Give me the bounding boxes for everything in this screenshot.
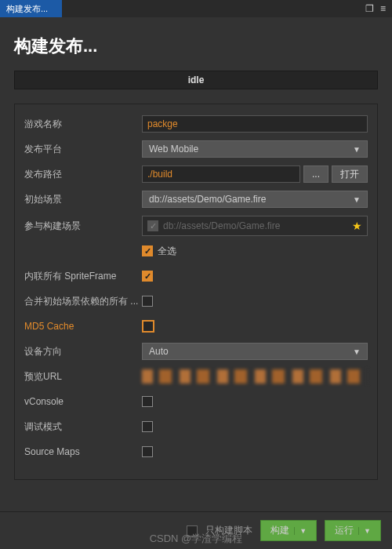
chevron-down-icon: ▼	[353, 195, 361, 204]
label-start-scene: 初始场景	[24, 193, 142, 206]
chevron-down-icon: ▼	[353, 145, 361, 154]
label-debug: 调试模式	[24, 420, 142, 434]
vconsole-checkbox[interactable]	[142, 396, 153, 407]
open-button[interactable]: 打开	[332, 165, 368, 183]
label-vconsole: vConsole	[24, 396, 142, 407]
label-source-maps: Source Maps	[24, 446, 142, 457]
popout-icon[interactable]: ❐	[365, 3, 374, 14]
label-inline-sprite: 内联所有 SpriteFrame	[24, 270, 142, 283]
label-path: 发布路径	[24, 168, 142, 181]
build-button[interactable]: 构建▼	[260, 520, 317, 541]
start-scene-select[interactable]: db://assets/Demo/Game.fire▼	[142, 191, 368, 208]
orientation-select[interactable]: Auto▼	[142, 343, 368, 360]
label-md5: MD5 Cache	[24, 321, 142, 332]
inline-sprite-checkbox[interactable]	[142, 271, 153, 282]
window-tab[interactable]: 构建发布...	[0, 0, 62, 17]
build-form: 游戏名称 发布平台 Web Mobile▼ 发布路径 ... 打开 初始场景 d…	[14, 104, 378, 480]
scene-list[interactable]: db://assets/Demo/Game.fire ★	[142, 216, 368, 236]
preview-url-value	[142, 369, 368, 384]
scene-item-checkbox[interactable]	[147, 220, 158, 231]
merge-deps-checkbox[interactable]	[142, 296, 153, 307]
menu-icon[interactable]: ≡	[380, 3, 386, 14]
star-icon[interactable]: ★	[352, 220, 362, 232]
game-name-input[interactable]	[142, 115, 368, 133]
label-preview-url: 预览URL	[24, 370, 142, 384]
select-all-label: 全选	[158, 245, 176, 258]
chevron-down-icon[interactable]: ▼	[294, 527, 307, 535]
platform-select[interactable]: Web Mobile▼	[142, 140, 368, 158]
select-all-checkbox[interactable]	[142, 245, 153, 256]
md5-checkbox[interactable]	[142, 320, 154, 333]
chevron-down-icon: ▼	[353, 347, 361, 356]
titlebar: 构建发布... ❐ ≡	[0, 0, 392, 17]
debug-checkbox[interactable]	[142, 421, 153, 432]
label-game-name: 游戏名称	[24, 118, 142, 131]
chevron-down-icon[interactable]: ▼	[358, 527, 371, 535]
run-button[interactable]: 运行▼	[325, 520, 381, 541]
source-maps-checkbox[interactable]	[142, 446, 153, 457]
panel-title: 构建发布...	[14, 35, 378, 58]
label-include-scenes: 参与构建场景	[24, 220, 142, 233]
watermark: CSDN @学渣学编程	[150, 532, 243, 546]
browse-button[interactable]: ...	[303, 165, 328, 183]
path-input[interactable]	[142, 165, 300, 183]
build-status: idle	[14, 71, 378, 89]
label-orientation: 设备方向	[24, 345, 142, 358]
label-platform: 发布平台	[24, 143, 142, 156]
scene-item-path: db://assets/Demo/Game.fire	[163, 220, 347, 231]
label-merge-deps: 合并初始场景依赖的所有 ...	[24, 295, 142, 308]
